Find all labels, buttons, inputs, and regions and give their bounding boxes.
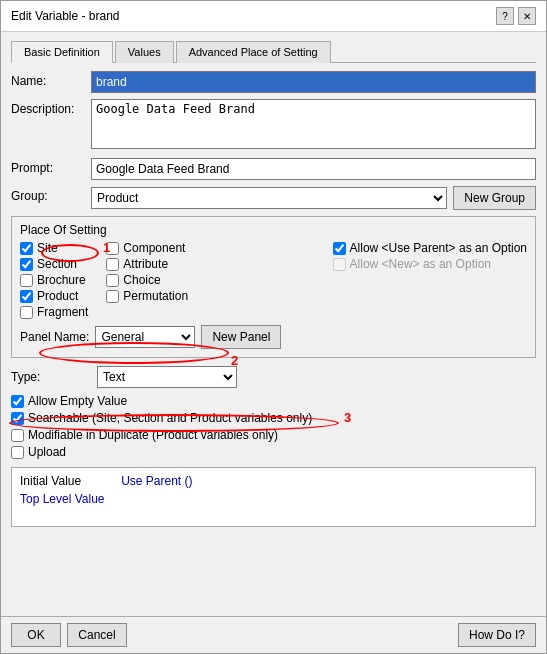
prompt-label: Prompt: <box>11 158 91 175</box>
check-modifiable: Modifiable in Duplicate (Product variabl… <box>11 428 536 442</box>
label-attribute: Attribute <box>123 257 168 271</box>
footer-left: OK Cancel <box>11 623 127 647</box>
label-brochure: Brochure <box>37 273 86 287</box>
panel-select[interactable]: General <box>95 326 195 348</box>
prompt-input[interactable] <box>91 158 536 180</box>
footer: OK Cancel How Do I? <box>1 616 546 653</box>
ok-button[interactable]: OK <box>11 623 61 647</box>
close-button[interactable]: ✕ <box>518 7 536 25</box>
place-col-1: Site Section Brochure Product <box>20 241 88 319</box>
initial-value-label: Initial Value <box>20 474 81 488</box>
place-setting-section: Place Of Setting Site Section <box>11 216 536 366</box>
place-col-2: Component Attribute Choice Permutat <box>106 241 188 303</box>
checkbox-site[interactable] <box>20 242 33 255</box>
checkbox-attribute[interactable] <box>106 258 119 271</box>
panel-label: Panel Name: <box>20 330 89 344</box>
label-searchable: Searchable (Site, Section and Product va… <box>28 411 312 425</box>
type-select[interactable]: Text <box>97 366 237 388</box>
right-options: Allow <Use Parent> as an Option Allow <N… <box>333 241 527 271</box>
initial-value-box: Initial Value Use Parent () Top Level Va… <box>11 467 536 527</box>
label-site: Site <box>37 241 58 255</box>
tab-advanced-place[interactable]: Advanced Place of Setting <box>176 41 331 63</box>
prompt-field-wrap <box>91 158 536 180</box>
name-field-wrap <box>91 71 536 93</box>
checkbox-allow-empty[interactable] <box>11 395 24 408</box>
description-row: Description: Google Data Feed Brand <box>11 99 536 152</box>
check-searchable: Searchable (Site, Section and Product va… <box>11 411 536 425</box>
title-bar: Edit Variable - brand ? ✕ <box>1 1 546 32</box>
checkbox-upload[interactable] <box>11 446 24 459</box>
check-allow-new: Allow <New> as an Option <box>333 257 527 271</box>
check-upload: Upload <box>11 445 536 459</box>
place-setting-title: Place Of Setting <box>20 223 527 237</box>
new-group-button[interactable]: New Group <box>453 186 536 210</box>
check-allow-empty: Allow Empty Value <box>11 394 536 408</box>
label-product: Product <box>37 289 78 303</box>
description-input[interactable]: Google Data Feed Brand <box>91 99 536 149</box>
check-site: Site <box>20 241 88 255</box>
group-row: Group: Product New Group <box>11 186 536 210</box>
check-fragment: Fragment <box>20 305 88 319</box>
description-label: Description: <box>11 99 91 116</box>
check-choice: Choice <box>106 273 188 287</box>
label-upload: Upload <box>28 445 66 459</box>
label-allow-new: Allow <New> as an Option <box>350 257 491 271</box>
checkbox-product[interactable] <box>20 290 33 303</box>
checkbox-brochure[interactable] <box>20 274 33 287</box>
place-setting-group: Place Of Setting Site Section <box>11 216 536 358</box>
check-use-parent: Allow <Use Parent> as an Option <box>333 241 527 255</box>
checkbox-searchable[interactable] <box>11 412 24 425</box>
window-title: Edit Variable - brand <box>11 9 120 23</box>
prompt-row: Prompt: <box>11 158 536 180</box>
label-permutation: Permutation <box>123 289 188 303</box>
checkbox-fragment[interactable] <box>20 306 33 319</box>
tab-bar: Basic Definition Values Advanced Place o… <box>11 40 536 63</box>
label-allow-empty: Allow Empty Value <box>28 394 127 408</box>
check-product: Product <box>20 289 88 303</box>
panel-row: Panel Name: General New Panel <box>20 325 527 349</box>
checkbox-modifiable[interactable] <box>11 429 24 442</box>
tab-basic-definition[interactable]: Basic Definition <box>11 41 113 63</box>
new-panel-button[interactable]: New Panel <box>201 325 281 349</box>
checkbox-allow-new[interactable] <box>333 258 346 271</box>
checkbox-choice[interactable] <box>106 274 119 287</box>
label-fragment: Fragment <box>37 305 88 319</box>
type-label: Type: <box>11 370 91 384</box>
check-brochure: Brochure <box>20 273 88 287</box>
help-button[interactable]: ? <box>496 7 514 25</box>
tab-values[interactable]: Values <box>115 41 174 63</box>
label-use-parent: Allow <Use Parent> as an Option <box>350 241 527 255</box>
group-label: Group: <box>11 186 91 203</box>
options-section: Allow Empty Value Searchable (Site, Sect… <box>11 394 536 459</box>
label-modifiable: Modifiable in Duplicate (Product variabl… <box>28 428 278 442</box>
use-parent-label: Use Parent () <box>121 474 192 488</box>
name-label: Name: <box>11 71 91 88</box>
check-section: Section <box>20 257 88 271</box>
checkbox-section[interactable] <box>20 258 33 271</box>
top-level-value-label: Top Level Value <box>20 492 527 506</box>
main-content: Basic Definition Values Advanced Place o… <box>1 32 546 616</box>
name-row: Name: <box>11 71 536 93</box>
cancel-button[interactable]: Cancel <box>67 623 127 647</box>
label-component: Component <box>123 241 185 255</box>
label-choice: Choice <box>123 273 160 287</box>
how-do-i-button[interactable]: How Do I? <box>458 623 536 647</box>
check-component: Component <box>106 241 188 255</box>
iv-header-row: Initial Value Use Parent () <box>20 474 527 488</box>
checkbox-component[interactable] <box>106 242 119 255</box>
window-controls: ? ✕ <box>496 7 536 25</box>
checkbox-permutation[interactable] <box>106 290 119 303</box>
check-attribute: Attribute <box>106 257 188 271</box>
name-input[interactable] <box>91 71 536 93</box>
checkbox-use-parent[interactable] <box>333 242 346 255</box>
group-field-wrap: Product New Group <box>91 186 536 210</box>
group-select[interactable]: Product <box>91 187 447 209</box>
label-section: Section <box>37 257 77 271</box>
description-field-wrap: Google Data Feed Brand <box>91 99 536 152</box>
check-permutation: Permutation <box>106 289 188 303</box>
type-row: Type: Text <box>11 366 536 388</box>
